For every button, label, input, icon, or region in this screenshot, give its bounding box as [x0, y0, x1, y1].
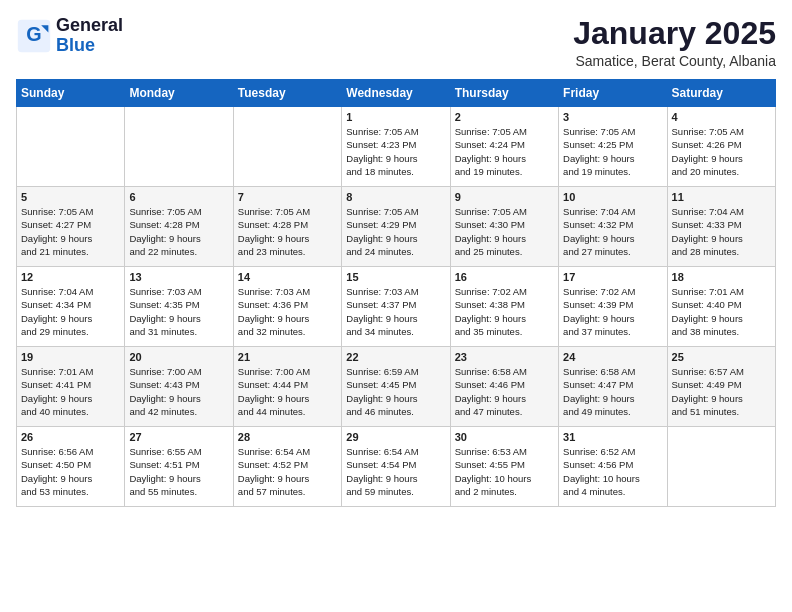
- cell-day-number: 7: [238, 191, 337, 203]
- cell-day-number: 21: [238, 351, 337, 363]
- cell-info-text: Sunrise: 7:01 AM Sunset: 4:41 PM Dayligh…: [21, 365, 120, 418]
- cell-day-number: 26: [21, 431, 120, 443]
- cell-info-text: Sunrise: 7:05 AM Sunset: 4:28 PM Dayligh…: [238, 205, 337, 258]
- page: G General Blue January 2025 Samatice, Be…: [0, 0, 792, 517]
- cell-day-number: 28: [238, 431, 337, 443]
- week-row-1: 1Sunrise: 7:05 AM Sunset: 4:23 PM Daylig…: [17, 107, 776, 187]
- calendar-cell: 15Sunrise: 7:03 AM Sunset: 4:37 PM Dayli…: [342, 267, 450, 347]
- week-row-2: 5Sunrise: 7:05 AM Sunset: 4:27 PM Daylig…: [17, 187, 776, 267]
- cell-day-number: 18: [672, 271, 771, 283]
- cell-info-text: Sunrise: 7:04 AM Sunset: 4:34 PM Dayligh…: [21, 285, 120, 338]
- cell-day-number: 11: [672, 191, 771, 203]
- cell-day-number: 19: [21, 351, 120, 363]
- calendar-table: Sunday Monday Tuesday Wednesday Thursday…: [16, 79, 776, 507]
- cell-info-text: Sunrise: 7:01 AM Sunset: 4:40 PM Dayligh…: [672, 285, 771, 338]
- calendar-cell: 29Sunrise: 6:54 AM Sunset: 4:54 PM Dayli…: [342, 427, 450, 507]
- col-wednesday: Wednesday: [342, 80, 450, 107]
- cell-day-number: 15: [346, 271, 445, 283]
- calendar-cell: 17Sunrise: 7:02 AM Sunset: 4:39 PM Dayli…: [559, 267, 667, 347]
- logo-text: General Blue: [56, 16, 123, 56]
- cell-day-number: 2: [455, 111, 554, 123]
- cell-day-number: 25: [672, 351, 771, 363]
- week-row-5: 26Sunrise: 6:56 AM Sunset: 4:50 PM Dayli…: [17, 427, 776, 507]
- calendar-cell: 22Sunrise: 6:59 AM Sunset: 4:45 PM Dayli…: [342, 347, 450, 427]
- cell-info-text: Sunrise: 7:02 AM Sunset: 4:39 PM Dayligh…: [563, 285, 662, 338]
- cell-info-text: Sunrise: 7:05 AM Sunset: 4:25 PM Dayligh…: [563, 125, 662, 178]
- title-block: January 2025 Samatice, Berat County, Alb…: [573, 16, 776, 69]
- week-row-4: 19Sunrise: 7:01 AM Sunset: 4:41 PM Dayli…: [17, 347, 776, 427]
- cell-day-number: 12: [21, 271, 120, 283]
- calendar-cell: 4Sunrise: 7:05 AM Sunset: 4:26 PM Daylig…: [667, 107, 775, 187]
- cell-info-text: Sunrise: 6:58 AM Sunset: 4:47 PM Dayligh…: [563, 365, 662, 418]
- cell-info-text: Sunrise: 7:05 AM Sunset: 4:28 PM Dayligh…: [129, 205, 228, 258]
- cell-info-text: Sunrise: 6:56 AM Sunset: 4:50 PM Dayligh…: [21, 445, 120, 498]
- cell-info-text: Sunrise: 6:54 AM Sunset: 4:54 PM Dayligh…: [346, 445, 445, 498]
- calendar-cell: 19Sunrise: 7:01 AM Sunset: 4:41 PM Dayli…: [17, 347, 125, 427]
- cell-day-number: 1: [346, 111, 445, 123]
- cell-info-text: Sunrise: 7:05 AM Sunset: 4:26 PM Dayligh…: [672, 125, 771, 178]
- cell-info-text: Sunrise: 7:05 AM Sunset: 4:23 PM Dayligh…: [346, 125, 445, 178]
- cell-info-text: Sunrise: 6:57 AM Sunset: 4:49 PM Dayligh…: [672, 365, 771, 418]
- calendar-title: January 2025: [573, 16, 776, 51]
- header: G General Blue January 2025 Samatice, Be…: [16, 16, 776, 69]
- calendar-cell: 20Sunrise: 7:00 AM Sunset: 4:43 PM Dayli…: [125, 347, 233, 427]
- logo-blue-text: Blue: [56, 36, 123, 56]
- header-row: Sunday Monday Tuesday Wednesday Thursday…: [17, 80, 776, 107]
- col-thursday: Thursday: [450, 80, 558, 107]
- cell-day-number: 23: [455, 351, 554, 363]
- calendar-cell: 2Sunrise: 7:05 AM Sunset: 4:24 PM Daylig…: [450, 107, 558, 187]
- calendar-cell: 11Sunrise: 7:04 AM Sunset: 4:33 PM Dayli…: [667, 187, 775, 267]
- calendar-cell: 5Sunrise: 7:05 AM Sunset: 4:27 PM Daylig…: [17, 187, 125, 267]
- cell-day-number: 22: [346, 351, 445, 363]
- cell-info-text: Sunrise: 7:04 AM Sunset: 4:32 PM Dayligh…: [563, 205, 662, 258]
- calendar-cell: 27Sunrise: 6:55 AM Sunset: 4:51 PM Dayli…: [125, 427, 233, 507]
- cell-day-number: 5: [21, 191, 120, 203]
- cell-info-text: Sunrise: 7:05 AM Sunset: 4:24 PM Dayligh…: [455, 125, 554, 178]
- cell-day-number: 9: [455, 191, 554, 203]
- week-row-3: 12Sunrise: 7:04 AM Sunset: 4:34 PM Dayli…: [17, 267, 776, 347]
- col-monday: Monday: [125, 80, 233, 107]
- cell-info-text: Sunrise: 7:00 AM Sunset: 4:44 PM Dayligh…: [238, 365, 337, 418]
- cell-day-number: 10: [563, 191, 662, 203]
- cell-info-text: Sunrise: 6:53 AM Sunset: 4:55 PM Dayligh…: [455, 445, 554, 498]
- cell-day-number: 13: [129, 271, 228, 283]
- cell-info-text: Sunrise: 7:05 AM Sunset: 4:27 PM Dayligh…: [21, 205, 120, 258]
- cell-day-number: 6: [129, 191, 228, 203]
- cell-info-text: Sunrise: 7:05 AM Sunset: 4:29 PM Dayligh…: [346, 205, 445, 258]
- calendar-cell: [233, 107, 341, 187]
- logo: G General Blue: [16, 16, 123, 56]
- calendar-cell: 1Sunrise: 7:05 AM Sunset: 4:23 PM Daylig…: [342, 107, 450, 187]
- calendar-cell: 13Sunrise: 7:03 AM Sunset: 4:35 PM Dayli…: [125, 267, 233, 347]
- logo-general-text: General: [56, 16, 123, 36]
- calendar-cell: 23Sunrise: 6:58 AM Sunset: 4:46 PM Dayli…: [450, 347, 558, 427]
- calendar-cell: 9Sunrise: 7:05 AM Sunset: 4:30 PM Daylig…: [450, 187, 558, 267]
- cell-day-number: 8: [346, 191, 445, 203]
- cell-info-text: Sunrise: 7:04 AM Sunset: 4:33 PM Dayligh…: [672, 205, 771, 258]
- calendar-cell: 6Sunrise: 7:05 AM Sunset: 4:28 PM Daylig…: [125, 187, 233, 267]
- cell-day-number: 24: [563, 351, 662, 363]
- cell-info-text: Sunrise: 7:05 AM Sunset: 4:30 PM Dayligh…: [455, 205, 554, 258]
- svg-text:G: G: [26, 23, 41, 45]
- cell-day-number: 3: [563, 111, 662, 123]
- cell-day-number: 30: [455, 431, 554, 443]
- calendar-cell: 7Sunrise: 7:05 AM Sunset: 4:28 PM Daylig…: [233, 187, 341, 267]
- cell-info-text: Sunrise: 6:54 AM Sunset: 4:52 PM Dayligh…: [238, 445, 337, 498]
- calendar-cell: 18Sunrise: 7:01 AM Sunset: 4:40 PM Dayli…: [667, 267, 775, 347]
- cell-info-text: Sunrise: 7:03 AM Sunset: 4:37 PM Dayligh…: [346, 285, 445, 338]
- cell-info-text: Sunrise: 7:02 AM Sunset: 4:38 PM Dayligh…: [455, 285, 554, 338]
- calendar-cell: 26Sunrise: 6:56 AM Sunset: 4:50 PM Dayli…: [17, 427, 125, 507]
- logo-icon: G: [16, 18, 52, 54]
- cell-info-text: Sunrise: 7:03 AM Sunset: 4:35 PM Dayligh…: [129, 285, 228, 338]
- cell-day-number: 4: [672, 111, 771, 123]
- cell-info-text: Sunrise: 6:59 AM Sunset: 4:45 PM Dayligh…: [346, 365, 445, 418]
- calendar-cell: 10Sunrise: 7:04 AM Sunset: 4:32 PM Dayli…: [559, 187, 667, 267]
- calendar-cell: [667, 427, 775, 507]
- cell-info-text: Sunrise: 6:52 AM Sunset: 4:56 PM Dayligh…: [563, 445, 662, 498]
- calendar-cell: 8Sunrise: 7:05 AM Sunset: 4:29 PM Daylig…: [342, 187, 450, 267]
- calendar-cell: 30Sunrise: 6:53 AM Sunset: 4:55 PM Dayli…: [450, 427, 558, 507]
- calendar-cell: 21Sunrise: 7:00 AM Sunset: 4:44 PM Dayli…: [233, 347, 341, 427]
- cell-day-number: 27: [129, 431, 228, 443]
- cell-day-number: 31: [563, 431, 662, 443]
- calendar-cell: 12Sunrise: 7:04 AM Sunset: 4:34 PM Dayli…: [17, 267, 125, 347]
- cell-info-text: Sunrise: 6:58 AM Sunset: 4:46 PM Dayligh…: [455, 365, 554, 418]
